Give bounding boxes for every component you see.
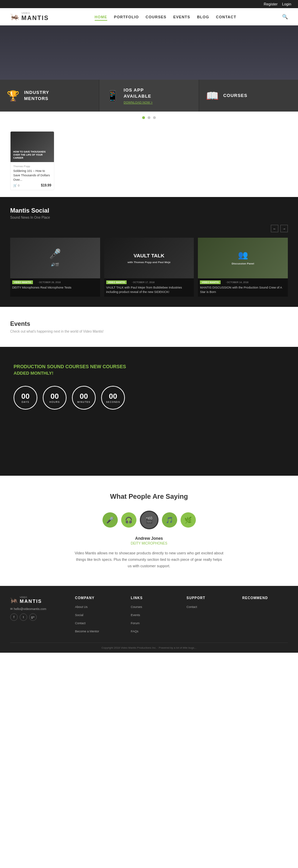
product-image-label: HOW TO SAVE THOUSANDS OVER THE LIFE OF Y… [13, 150, 51, 159]
register-link[interactable]: Register [264, 2, 278, 6]
product-section: HOW TO SAVE THOUSANDS OVER THE LIFE OF Y… [0, 124, 298, 197]
events-title: Events [10, 320, 288, 328]
social-title: Mantis Social [10, 207, 288, 214]
nav-events[interactable]: EVENTS [173, 14, 190, 20]
social-card-2-tag: VIDEO MANTIS [106, 280, 127, 284]
footer-links-list: Courses Events Forum FAQs [131, 603, 176, 634]
avatar-4[interactable]: 🎵 [162, 512, 177, 528]
footer-recommend-title: RECOMMEND [242, 596, 288, 600]
footer-copyright: Copyright 2018 Video Mantis Productions … [10, 643, 288, 649]
social-card-1-image: 🎤 🔊🎬 [10, 238, 100, 278]
product-body: Thomas Popp Soldering 101 – How to Save … [11, 162, 54, 190]
footer-support-title: SUPPORT [187, 596, 232, 600]
footer-company-title: COMPANY [75, 596, 120, 600]
social-card-2-date: · OCTOBER 17, 2018 [132, 281, 155, 283]
footer-logo-icon: 🦗 [10, 596, 18, 604]
countdown-minutes-num: 00 [80, 393, 88, 400]
countdown-seconds-label: SECONDS [106, 401, 120, 403]
social-prev-button[interactable]: ← [271, 225, 278, 232]
footer-link-social[interactable]: Social [75, 611, 120, 617]
social-card-1[interactable]: 🎤 🔊🎬 VIDEO MANTIS · OCTOBER 28, 2018 DEI… [10, 238, 100, 297]
footer-link-faqs[interactable]: FAQs [131, 628, 176, 634]
courses-heading: PRODUCTION SOUND COURSES NEW COURSES [14, 364, 284, 369]
footer-email: ✉ hello@videomantis.com [10, 607, 65, 611]
footer-top: 🦗 VIDEO MANTIS ✉ hello@videomantis.com f… [10, 596, 288, 636]
footer-link-courses[interactable]: Courses [131, 603, 176, 609]
footer-socials: f t g+ [10, 613, 65, 621]
dot-3[interactable] [153, 116, 156, 119]
footer-link-contact[interactable]: Contact [75, 619, 120, 626]
footer-links-title: LINKS [131, 596, 176, 600]
social-card-3[interactable]: 👥 Discussion Panel VIDEO MANTIS · OCTOBE… [198, 238, 288, 297]
nav-portfolio[interactable]: PORTFOLIO [114, 14, 139, 20]
footer-link-aboutus[interactable]: About Us [75, 603, 120, 609]
login-link[interactable]: Login [282, 2, 291, 6]
social-card-1-visual: 🎤 🔊🎬 [10, 238, 100, 278]
footer-support-col: SUPPORT Contact [187, 596, 232, 636]
footer-link-support-contact[interactable]: Contact [187, 603, 232, 609]
countdown-timer: 00 DAYS 00 HOURS 00 MINUTES 00 SECONDS [14, 386, 284, 410]
nav-home[interactable]: HOME [95, 14, 107, 20]
reviewer-name: Andrew Jones [10, 536, 288, 541]
courses-heading-highlight: NEW COURSES [89, 364, 126, 369]
countdown-seconds-num: 00 [109, 393, 117, 400]
footer-support-links: Contact [187, 603, 232, 609]
search-icon[interactable]: 🔍 [282, 14, 288, 19]
feature-app[interactable]: 📱 IOS APPAVAILABLE DOWNLOAD NOW > [99, 80, 198, 112]
footer-googleplus-icon[interactable]: g+ [29, 613, 37, 621]
courses-content: PRODUCTION SOUND COURSES NEW COURSES ADD… [14, 364, 284, 410]
countdown-hours-label: HOURS [50, 401, 60, 403]
courses-subheading: ADDED MONTHLY! [14, 371, 284, 376]
nav-links: HOME PORTFOLIO COURSES EVENTS BLOG CONTA… [95, 14, 236, 20]
product-image: HOW TO SAVE THOUSANDS OVER THE LIFE OF Y… [11, 132, 54, 162]
courses-title: COURSES [223, 93, 247, 99]
social-card-3-image: 👥 Discussion Panel [198, 238, 288, 278]
avatar-2[interactable]: 🎧 [121, 512, 136, 528]
footer-links-col: LINKS Courses Events Forum FAQs [131, 596, 176, 636]
social-card-3-date: · OCTOBER 14, 2018 [225, 281, 248, 283]
top-bar: Register Login [0, 0, 298, 8]
social-card-1-tag: VIDEO MANTIS [12, 280, 33, 284]
logo: 🦗 VIDEO MANTIS [10, 12, 49, 22]
footer-link-events[interactable]: Events [131, 611, 176, 617]
footer-link-mentor[interactable]: Become a Mentor [75, 628, 120, 634]
nav-contact[interactable]: CONTACT [216, 14, 236, 20]
events-subtitle: Check out what's happening next in the w… [10, 330, 288, 333]
social-next-button[interactable]: → [280, 225, 288, 232]
carousel-dots [0, 112, 298, 124]
product-image-bg: HOW TO SAVE THOUSANDS OVER THE LIFE OF Y… [11, 132, 54, 162]
avatar-1[interactable]: 🎤 [103, 512, 118, 528]
hero-section [0, 25, 298, 80]
social-card-3-visual: 👥 Discussion Panel [198, 238, 288, 278]
footer-recommend-col: RECOMMEND [242, 596, 288, 636]
avatar-active[interactable]: 🎬 [140, 511, 159, 529]
countdown-minutes-label: MINUTES [77, 401, 91, 403]
feature-courses[interactable]: 📖 COURSES [199, 80, 298, 112]
social-subtitle: Sound News In One Place [10, 216, 288, 219]
dot-1[interactable] [142, 116, 145, 119]
mentors-icon: 🏆 [7, 90, 19, 102]
footer-logo: 🦗 VIDEO MANTIS [10, 596, 65, 604]
testimonials-avatars: 🎤 🎧 🎬 🎵 🌿 [10, 511, 288, 529]
footer-facebook-icon[interactable]: f [10, 613, 18, 621]
testimonial-text: Video Mantis allows me to showcase produ… [74, 550, 224, 569]
logo-text: MANTIS [21, 15, 49, 21]
courses-icon: 📖 [206, 90, 219, 102]
reviewer-role: DEITY MICROPHONES [10, 541, 288, 545]
courses-heading-text: PRODUCTION SOUND COURSES [14, 364, 89, 369]
social-card-2[interactable]: VAULT TALK with Thomas Popp and Paul Mej… [104, 238, 194, 297]
footer-link-forum[interactable]: Forum [131, 619, 176, 626]
countdown-days-label: DAYS [22, 401, 30, 403]
product-card[interactable]: HOW TO SAVE THOUSANDS OVER THE LIFE OF Y… [10, 131, 54, 190]
product-cart[interactable]: 🛒 0 [13, 184, 20, 187]
nav-courses[interactable]: COURSES [146, 14, 166, 20]
avatar-5[interactable]: 🌿 [181, 512, 196, 528]
footer-logo-col: 🦗 VIDEO MANTIS ✉ hello@videomantis.com f… [10, 596, 65, 636]
app-download-link[interactable]: DOWNLOAD NOW > [124, 101, 152, 104]
dot-2[interactable] [148, 116, 150, 119]
nav-blog[interactable]: BLOG [197, 14, 209, 20]
product-footer: 🛒 0 $19.99 [13, 183, 51, 187]
footer-twitter-icon[interactable]: t [20, 613, 27, 621]
feature-mentors[interactable]: 🏆 INDUSTRYMENTORS [0, 80, 99, 112]
product-name: Soldering 101 – How to Save Thousands of… [13, 169, 51, 182]
